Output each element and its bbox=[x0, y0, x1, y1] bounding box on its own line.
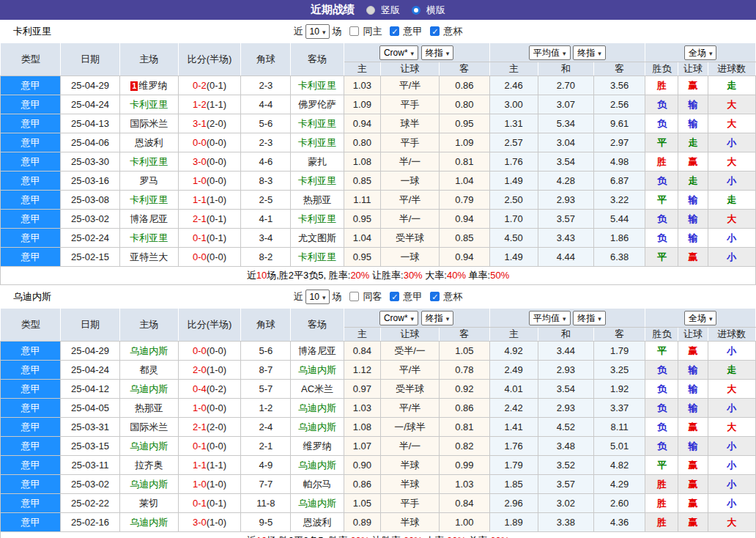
final-odds-select[interactable]: 终指▾ bbox=[421, 45, 454, 60]
serie-a-label[interactable]: 意甲 bbox=[403, 290, 422, 303]
team-link[interactable]: 卡利亚里 bbox=[130, 99, 168, 110]
team-link[interactable]: 都灵 bbox=[139, 364, 158, 375]
avg-draw-odds-cell: 3.52 bbox=[538, 456, 593, 475]
home-odds-cell: 1.03 bbox=[344, 399, 380, 418]
recent-prefix-label: 近 bbox=[294, 25, 303, 38]
team-link[interactable]: AC米兰 bbox=[301, 383, 333, 394]
date-cell: 25-04-05 bbox=[61, 399, 119, 418]
team-link[interactable]: 热那亚 bbox=[303, 194, 332, 205]
final-average-select[interactable]: 终指▾ bbox=[573, 45, 606, 60]
team-link[interactable]: 维罗纳 bbox=[138, 80, 167, 91]
team-link[interactable]: 乌迪内斯 bbox=[130, 383, 168, 394]
match-row: 意甲 25-02-15 亚特兰大 0-0(0-0) 8-2 卡利亚里 0.95 … bbox=[1, 248, 756, 267]
team-link[interactable]: 恩波利 bbox=[135, 137, 163, 148]
same-venue-label[interactable]: 同主 bbox=[363, 25, 382, 38]
horizontal-layout-radio-icon[interactable] bbox=[412, 6, 420, 15]
home-team-cell: 卡利亚里 bbox=[119, 191, 178, 210]
away-team-cell: 卡利亚里 bbox=[291, 172, 344, 191]
team-link[interactable]: 乌迪内斯 bbox=[298, 498, 336, 509]
team-link[interactable]: 帕尔马 bbox=[303, 479, 332, 490]
average-select[interactable]: 平均值▾ bbox=[529, 45, 571, 60]
team-link[interactable]: 亚特兰大 bbox=[130, 251, 168, 262]
column-header: 比分(半场) bbox=[178, 43, 240, 76]
full-match-select[interactable]: 全场▾ bbox=[684, 311, 717, 325]
team-link[interactable]: 卡利亚里 bbox=[298, 175, 336, 186]
team-link[interactable]: 卡利亚里 bbox=[298, 80, 336, 91]
avg-draw-odds-cell: 4.52 bbox=[538, 418, 593, 437]
handicap-cell: 受半球 bbox=[380, 380, 439, 399]
bookmaker-select[interactable]: Crow*▾ bbox=[379, 311, 418, 325]
team-link[interactable]: 卡利亚里 bbox=[130, 156, 168, 167]
coppa-italia-label[interactable]: 意杯 bbox=[443, 290, 462, 303]
fulltime-score: 3-1 bbox=[193, 118, 207, 129]
home-odds-cell: 1.08 bbox=[344, 152, 380, 172]
win-loss-cell: 平 bbox=[645, 456, 678, 475]
fulltime-score: 0-1 bbox=[193, 498, 207, 509]
fulltime-score: 2-0 bbox=[193, 364, 207, 375]
full-match-select[interactable]: 全场▾ bbox=[684, 45, 717, 60]
summary-segment: 大率: bbox=[423, 270, 447, 281]
team-link[interactable]: 乌迪内斯 bbox=[130, 345, 168, 356]
avg-draw-odds-cell: 3.04 bbox=[538, 133, 593, 152]
team-link[interactable]: 尤文图斯 bbox=[298, 232, 336, 243]
coppa-italia-checkbox[interactable]: ✓ bbox=[430, 26, 440, 36]
team-link[interactable]: 罗马 bbox=[139, 175, 158, 186]
team-link[interactable]: 维罗纳 bbox=[303, 441, 332, 452]
team-link[interactable]: 乌迪内斯 bbox=[130, 479, 168, 490]
coppa-italia-checkbox[interactable]: ✓ bbox=[430, 292, 440, 301]
average-select[interactable]: 平均值▾ bbox=[529, 311, 571, 325]
match-row: 意甲 25-04-06 恩波利 0-0(0-0) 2-3 卡利亚里 0.80 平… bbox=[1, 133, 756, 152]
score-cell: 0-0(0-0) bbox=[178, 342, 240, 361]
team-link[interactable]: 拉齐奥 bbox=[135, 460, 163, 471]
match-count-select[interactable]: 10▾ bbox=[305, 24, 330, 39]
final-odds-select[interactable]: 终指▾ bbox=[421, 311, 454, 325]
team-link[interactable]: 博洛尼亚 bbox=[130, 213, 168, 224]
team-link[interactable]: 博洛尼亚 bbox=[298, 345, 336, 356]
team-link[interactable]: 卡利亚里 bbox=[298, 137, 336, 148]
serie-a-checkbox[interactable]: ✓ bbox=[390, 26, 399, 36]
match-row: 意甲 25-02-16 乌迪内斯 3-0(1-0) 9-5 恩波利 0.89 半… bbox=[1, 513, 756, 532]
score-cell: 1-1(1-1) bbox=[178, 456, 240, 475]
team-link[interactable]: 乌迪内斯 bbox=[130, 441, 168, 452]
win-loss-cell: 负 bbox=[645, 418, 678, 437]
home-odds-cell: 1.03 bbox=[344, 76, 380, 95]
avg-away-odds-cell: 8.11 bbox=[594, 418, 645, 437]
bookmaker-odds-group-header: Crow*▾ 终指▾ bbox=[344, 43, 489, 62]
team-link[interactable]: 国际米兰 bbox=[130, 421, 168, 432]
vertical-layout-radio-icon[interactable] bbox=[366, 6, 375, 15]
team-link[interactable]: 卡利亚里 bbox=[130, 194, 168, 205]
serie-a-label[interactable]: 意甲 bbox=[403, 25, 422, 38]
final-average-select[interactable]: 终指▾ bbox=[573, 311, 606, 325]
same-venue-label[interactable]: 同客 bbox=[363, 290, 382, 303]
team-link[interactable]: 国际米兰 bbox=[130, 118, 168, 129]
team-link[interactable]: 卡利亚里 bbox=[298, 251, 336, 262]
team-link[interactable]: 卡利亚里 bbox=[298, 213, 336, 224]
league-cell: 意甲 bbox=[1, 95, 61, 114]
team-link[interactable]: 乌迪内斯 bbox=[298, 460, 336, 471]
team-link[interactable]: 卡利亚里 bbox=[130, 232, 168, 243]
win-loss-cell: 负 bbox=[645, 229, 678, 248]
team-link[interactable]: 乌迪内斯 bbox=[298, 421, 336, 432]
vertical-layout-label[interactable]: 竖版 bbox=[381, 4, 400, 17]
match-count-select[interactable]: 10▾ bbox=[305, 290, 330, 304]
team-link[interactable]: 乌迪内斯 bbox=[298, 364, 336, 375]
team-link[interactable]: 恩波利 bbox=[303, 517, 332, 528]
team-link[interactable]: 乌迪内斯 bbox=[298, 402, 336, 413]
team-link[interactable]: 佛罗伦萨 bbox=[298, 99, 336, 110]
team-link[interactable]: 热那亚 bbox=[135, 402, 163, 413]
chevron-down-icon: ▾ bbox=[446, 50, 450, 57]
team-link[interactable]: 乌迪内斯 bbox=[130, 517, 168, 528]
halftime-score: (0-0) bbox=[207, 345, 226, 356]
same-venue-checkbox[interactable] bbox=[349, 292, 359, 301]
coppa-italia-label[interactable]: 意杯 bbox=[443, 25, 462, 38]
team-link[interactable]: 蒙扎 bbox=[308, 156, 327, 167]
fulltime-score: 0-0 bbox=[193, 137, 207, 148]
horizontal-layout-label[interactable]: 横版 bbox=[426, 4, 445, 17]
team-link[interactable]: 卡利亚里 bbox=[298, 118, 336, 129]
same-venue-checkbox[interactable] bbox=[349, 26, 359, 36]
serie-a-checkbox[interactable]: ✓ bbox=[390, 292, 399, 301]
bookmaker-select[interactable]: Crow*▾ bbox=[379, 45, 418, 60]
team-header-row: 卡利亚里 近 10▾ 场 同主 ✓ 意甲 ✓ 意杯 bbox=[0, 20, 756, 43]
team-link[interactable]: 莱切 bbox=[139, 498, 158, 509]
halftime-score: (0-2) bbox=[207, 383, 226, 394]
